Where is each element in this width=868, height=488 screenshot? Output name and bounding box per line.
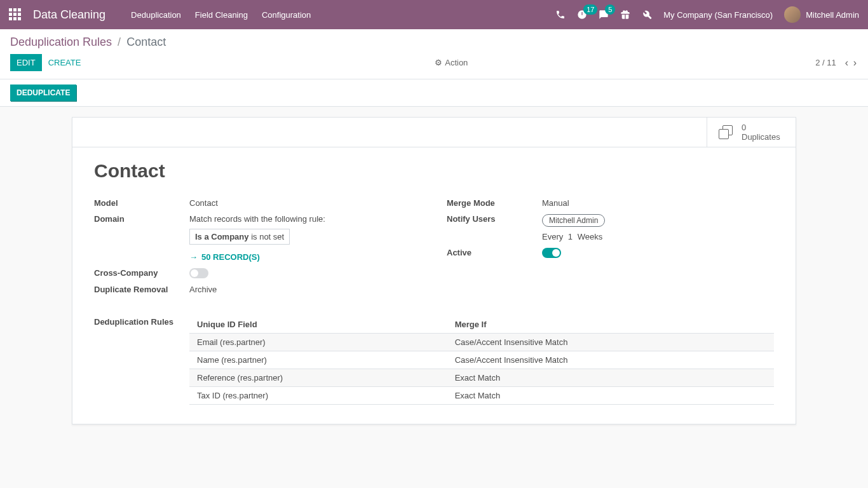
- cell-field: Email (res.partner): [189, 334, 447, 351]
- notify-frequency: Every 1 Weeks: [542, 232, 774, 241]
- activities-badge: 17: [583, 4, 597, 15]
- col-unique-id: Unique ID Field: [189, 316, 447, 334]
- avatar: [784, 6, 801, 23]
- right-column: Merge Mode Manual Notify Users Mitchell …: [447, 198, 774, 301]
- control-panel: Deduplication Rules / Contact EDIT CREAT…: [0, 29, 868, 79]
- breadcrumb: Deduplication Rules / Contact: [10, 36, 166, 49]
- apps-icon[interactable]: [9, 8, 22, 21]
- company-switcher[interactable]: My Company (San Francisco): [663, 10, 773, 20]
- cross-company-toggle[interactable]: [189, 268, 208, 278]
- table-row[interactable]: Name (res.partner) Case/Accent Insensiti…: [189, 351, 774, 369]
- label-domain: Domain: [94, 214, 189, 224]
- menu-deduplication[interactable]: Deduplication: [131, 10, 181, 20]
- table-row[interactable]: Tax ID (res.partner) Exact Match: [189, 387, 774, 405]
- notify-num: 1: [568, 232, 573, 241]
- label-active: Active: [447, 248, 542, 257]
- left-column: Model Contact Domain Match records with …: [94, 198, 421, 301]
- cell-field: Reference (res.partner): [189, 369, 447, 387]
- arrow-right-icon: [189, 252, 198, 262]
- notify-unit: Weeks: [578, 232, 603, 241]
- col-merge-if: Merge If: [447, 316, 774, 334]
- tools-icon[interactable]: [642, 10, 652, 20]
- pager-next-icon[interactable]: ›: [853, 57, 857, 68]
- nav-menu: Deduplication Field Cleaning Configurati…: [131, 10, 311, 20]
- label-model: Model: [94, 198, 189, 208]
- breadcrumb-parent[interactable]: Deduplication Rules: [10, 36, 112, 48]
- action-label: Action: [445, 58, 468, 67]
- breadcrumb-current: Contact: [126, 36, 166, 48]
- label-notify-users: Notify Users: [447, 214, 542, 224]
- dedup-rules-table: Unique ID Field Merge If Email (res.part…: [189, 316, 774, 405]
- cell-field: Name (res.partner): [189, 351, 447, 369]
- breadcrumb-sep: /: [118, 36, 121, 48]
- duplicates-count: 0: [742, 123, 780, 132]
- records-link-text: 50 RECORD(S): [201, 252, 260, 262]
- cell-field: Tax ID (res.partner): [189, 387, 447, 405]
- create-button[interactable]: CREATE: [42, 54, 88, 71]
- duplicates-label: Duplicates: [742, 132, 780, 142]
- duplicates-icon: [719, 124, 735, 140]
- records-link[interactable]: 50 RECORD(S): [189, 252, 421, 262]
- record-title: Contact: [94, 160, 774, 182]
- active-toggle[interactable]: [542, 248, 561, 258]
- menu-field-cleaning[interactable]: Field Cleaning: [195, 10, 248, 20]
- activities-icon[interactable]: 17: [577, 10, 587, 20]
- duplicates-stat-button[interactable]: 0 Duplicates: [707, 118, 796, 147]
- gift-icon[interactable]: [620, 10, 630, 20]
- domain-rule-field: Is a Company: [195, 232, 249, 241]
- deduplicate-button[interactable]: DEDUPLICATE: [10, 85, 76, 101]
- cell-merge-if: Exact Match: [447, 369, 774, 387]
- action-menu[interactable]: Action: [435, 58, 468, 67]
- domain-rule-op: is not set: [251, 232, 284, 241]
- pager-text[interactable]: 2 / 11: [815, 58, 836, 67]
- table-row[interactable]: Email (res.partner) Case/Accent Insensit…: [189, 334, 774, 351]
- edit-button[interactable]: EDIT: [10, 54, 42, 71]
- notify-user-tag[interactable]: Mitchell Admin: [542, 214, 605, 227]
- messages-badge: 5: [605, 4, 615, 15]
- status-bar: DEDUPLICATE: [0, 79, 868, 107]
- phone-icon[interactable]: [555, 10, 566, 20]
- cell-merge-if: Exact Match: [447, 387, 774, 405]
- domain-desc: Match records with the following rule:: [189, 214, 421, 224]
- cell-merge-if: Case/Accent Insensitive Match: [447, 351, 774, 369]
- user-name: Mitchell Admin: [806, 10, 859, 20]
- main-navbar: Data Cleaning Deduplication Field Cleani…: [0, 0, 868, 29]
- messages-icon[interactable]: 5: [599, 10, 609, 20]
- value-model: Contact: [189, 198, 421, 208]
- notify-every: Every: [542, 232, 563, 241]
- table-row[interactable]: Reference (res.partner) Exact Match: [189, 369, 774, 387]
- value-duplicate-removal: Archive: [189, 285, 421, 294]
- dedup-rules-section: Deduplication Rules Unique ID Field Merg…: [94, 316, 774, 405]
- gear-icon: [435, 58, 442, 67]
- button-box: 0 Duplicates: [72, 118, 796, 147]
- label-cross-company: Cross-Company: [94, 268, 189, 278]
- value-merge-mode: Manual: [542, 198, 774, 208]
- domain-rule: Is a Company is not set: [189, 229, 290, 245]
- label-dedup-rules: Deduplication Rules: [94, 316, 189, 405]
- label-duplicate-removal: Duplicate Removal: [94, 285, 189, 294]
- cell-merge-if: Case/Accent Insensitive Match: [447, 334, 774, 351]
- app-title[interactable]: Data Cleaning: [33, 8, 105, 22]
- form-sheet: 0 Duplicates Contact Model Contact Domai…: [72, 117, 796, 424]
- navbar-right: 17 5 My Company (San Francisco) Mitchell…: [555, 6, 859, 23]
- label-merge-mode: Merge Mode: [447, 198, 542, 208]
- pager-prev-icon[interactable]: ‹: [845, 57, 848, 68]
- user-menu[interactable]: Mitchell Admin: [784, 6, 859, 23]
- menu-configuration[interactable]: Configuration: [262, 10, 311, 20]
